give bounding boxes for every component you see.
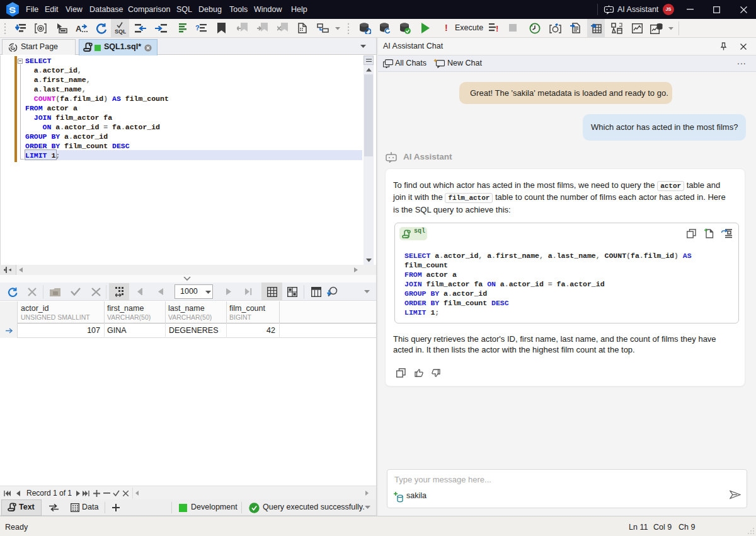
svg-text:?: ? [195,24,200,32]
svg-text:1: 1 [12,46,14,50]
svg-text:!: ! [496,24,498,33]
svg-text:SQL: SQL [115,28,126,35]
svg-text:A: A [76,24,82,33]
